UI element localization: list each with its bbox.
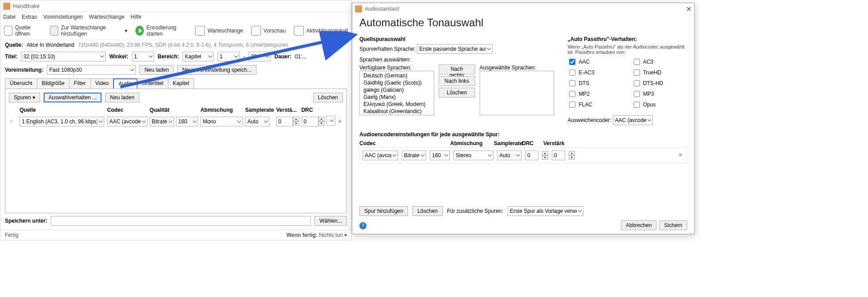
enc-remove-button[interactable]: ✕ [677,152,684,159]
menu-datei[interactable]: Datei [3,14,16,20]
codec-check-mp3[interactable]: MP3 [632,90,687,98]
tab-audio[interactable]: Audio [113,78,138,89]
range-from-select[interactable]: 1 [217,52,240,61]
preview-button[interactable]: Vorschau [251,26,286,36]
tab-video[interactable]: Video [90,78,114,89]
add-track-button[interactable]: Spur hinzufügen [359,206,408,216]
enc-drc-input[interactable] [525,151,538,160]
range-type-select[interactable]: Kapitel [183,52,214,61]
tab-kapitel[interactable]: Kapitel [168,78,194,89]
title-select[interactable]: 32 (01:15:10) [21,52,106,61]
tab-bildgroesse[interactable]: Bildgröße [37,78,69,89]
source-selection-heading: Quellspurauswahl [359,36,554,42]
enc-mode-select[interactable]: Bitrate [402,151,426,160]
delete-track-button[interactable]: Löschen [412,206,442,216]
chevron-down-icon[interactable]: ▾ [125,28,127,34]
preset-select[interactable]: Fast 1080p30 [47,65,136,75]
queue-button[interactable]: Warteschlange [195,26,243,36]
angle-select[interactable]: 1 [132,52,154,61]
preview-icon [251,26,261,36]
menu-extras[interactable]: Extras [22,14,37,20]
tab-untertitel[interactable]: Untertitel [137,78,168,89]
track-source-select[interactable]: 1 English (AC3, 1.0 ch, 96 kbps) [20,117,104,126]
track-sr-select[interactable]: Auto [245,117,269,126]
tracks-dropdown-button[interactable]: Spuren ▾ [9,93,40,102]
range-to-select[interactable]: 28 [249,52,271,61]
enc-bitrate-select[interactable]: 160 [430,151,450,160]
codec-check-aac[interactable]: AAC [567,57,618,66]
move-right-button[interactable]: Nach rechts [439,65,475,74]
remove-track-button[interactable]: ✕ [338,118,342,125]
track-codec-select[interactable]: AAC (avcodec) [107,117,147,126]
source-name: Alice In Wonderland [27,42,74,48]
lang-item[interactable]: Gàidhlig (Gaelic (Scots)) [361,79,433,86]
cancel-button[interactable]: Abbrechen [621,220,656,230]
codec-check-dts[interactable]: DTS [567,79,618,88]
save-row: Speichern unter: Wählen... [0,213,351,228]
extra-tracks-select[interactable]: Erste Spur als Vorlage verwend [508,206,583,216]
menu-warteschlange[interactable]: Warteschlange [89,14,125,20]
codec-check-ac3[interactable]: AC3 [632,57,687,66]
help-button[interactable]: ? [359,222,367,229]
enc-gain-input[interactable] [552,151,565,160]
save-button[interactable]: Sichern [659,220,687,230]
lang-item[interactable]: Ελληνικά (Greek, Modern) [361,101,433,108]
queue-add-icon [50,26,58,36]
audio-tracks-table: Quelle Codec Qualität Abmischung Sampler… [9,105,343,128]
codec-check-e-ac3[interactable]: E-AC3 [567,68,618,77]
dialog-close-button[interactable]: ✕ [686,5,692,13]
passthru-codec-grid: AAC AC3 E-AC3 TrueHD DTS DTS-HD MP2 MP3 … [567,57,687,109]
tab-strip: Übersicht Bildgröße Filter Video Audio U… [5,78,347,89]
track-bitrate-select[interactable]: 160 [176,117,198,126]
drag-handle-icon[interactable]: ≡ [10,118,13,125]
save-path-input[interactable] [51,216,311,226]
lang-item[interactable]: Deutsch (German) [361,72,433,79]
angle-label: Winkel: [109,53,128,60]
audio-reload-button[interactable]: Neu laden [105,93,139,102]
lang-item[interactable]: galego (Galician) [361,86,433,94]
preset-save-button[interactable]: Neue Voreinstellung speich... [177,65,256,75]
start-encode-button[interactable]: Encodierung starten [135,24,187,37]
when-done-value[interactable]: Nichts tun [319,232,342,238]
browse-button[interactable]: Wählen... [314,216,347,226]
duration-value: 01:... [295,53,307,60]
fallback-select[interactable]: AAC (avcodec) [613,115,653,125]
chosen-lang-list[interactable] [480,71,554,115]
track-gain-input[interactable] [276,117,293,126]
lang-item[interactable]: Kalaallisut (Greenlandic) [361,108,433,115]
lang-delete-button[interactable]: Löschen [439,88,475,98]
preset-reload-button[interactable]: Neu laden [139,65,174,75]
track-mix-select[interactable]: Mono [200,117,243,126]
codec-check-mp2[interactable]: MP2 [567,90,618,98]
tab-uebersicht[interactable]: Übersicht [5,78,37,89]
drc-up[interactable]: ▴ [318,117,325,121]
source-meta: 720x480 (640x480), 23.98 FPS, SDR (8-bit… [78,42,288,48]
enc-codec-select[interactable]: AAC (avcode [363,151,398,160]
add-to-queue-button[interactable]: Zur Warteschlange hinzufügen▾ [50,24,127,37]
main-window: HandBrake Datei Extras Voreinstellungen … [0,0,352,240]
track-mode-select[interactable]: Bitrate: [150,117,174,126]
track-more-button[interactable] [326,116,335,126]
codec-check-flac[interactable]: FLAC [567,100,618,109]
activity-button[interactable]: Aktivitätsprotokoll [294,26,348,36]
enc-mix-select[interactable]: Stereo [453,151,493,160]
track-drc-input[interactable] [302,117,318,126]
menu-voreinstellungen[interactable]: Voreinstellungen [43,14,83,20]
audio-delete-button[interactable]: Löschen [313,93,343,102]
codec-check-truehd[interactable]: TrueHD [632,68,687,77]
lang-item[interactable]: Gaelg (Manx) [361,94,433,101]
codec-check-opus[interactable]: Opus [632,100,687,109]
source-label: Quelle: [5,42,23,48]
codec-check-dts-hd[interactable]: DTS-HD [632,79,687,88]
track-behavior-select[interactable]: Erste passende Sprache auswäl [417,44,493,54]
open-source-button[interactable]: Quelle öffnen [4,24,42,37]
enc-sr-select[interactable]: Auto [497,151,522,160]
available-lang-list[interactable]: Deutsch (German)Gàidhlig (Gaelic (Scots)… [359,71,434,115]
menu-hilfe[interactable]: Hilfe [130,14,141,20]
move-left-button[interactable]: Nach links [439,76,475,86]
gain-up[interactable]: ▴ [293,117,299,121]
selection-behavior-button[interactable]: Auswahlverhalten ... [44,93,102,102]
tab-filter[interactable]: Filter [69,78,91,89]
gain-down[interactable]: ▾ [293,121,299,126]
drc-down[interactable]: ▾ [318,121,325,126]
